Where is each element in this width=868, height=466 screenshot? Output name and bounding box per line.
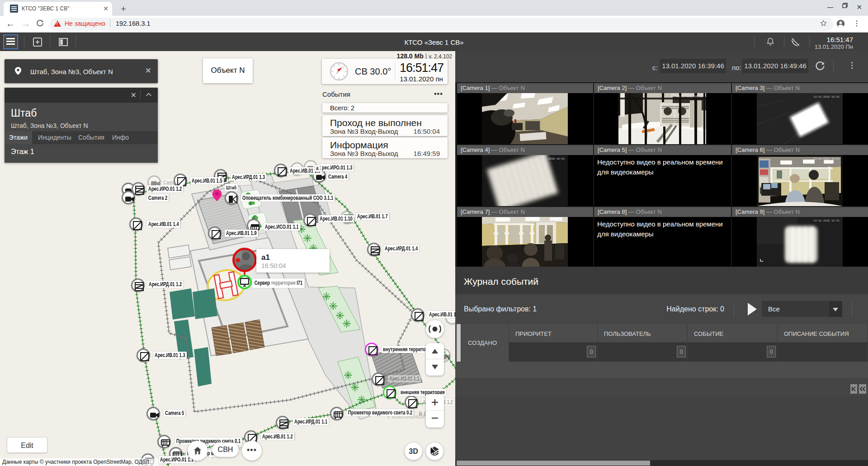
svg-text:13-01-2020 16:51: 13-01-2020 16:51 bbox=[538, 95, 565, 99]
svg-text:13-01-2020 16:51: 13-01-2020 16:51 bbox=[813, 219, 840, 222]
svg-text:13-01-2020 16:51: 13-01-2020 16:51 bbox=[813, 95, 840, 99]
svg-text:13-01-2020 16:51: 13-01-2020 16:51 bbox=[538, 219, 565, 222]
svg-text:13-01-2020 16:51: 13-01-2020 16:51 bbox=[813, 157, 840, 160]
svg-text:13-01-2020 16:51: 13-01-2020 16:51 bbox=[538, 157, 565, 160]
svg-text:13-01-2020 16:51: 13-01-2020 16:51 bbox=[676, 95, 703, 98]
